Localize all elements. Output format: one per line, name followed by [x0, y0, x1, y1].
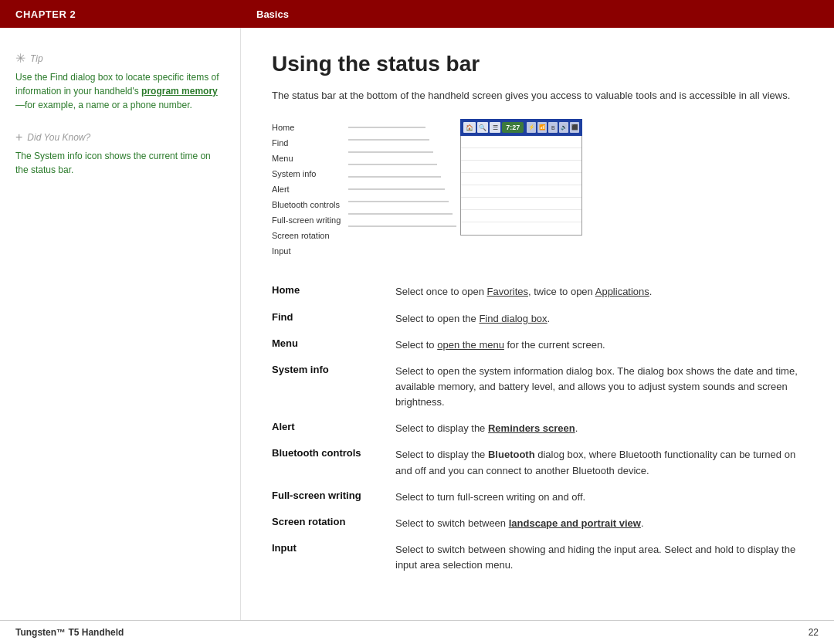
time-display: 7:27	[502, 122, 524, 133]
desc-input: Select to switch between showing and hid…	[395, 537, 803, 578]
menu-row-4	[461, 173, 581, 185]
menu-row-2	[461, 148, 581, 161]
menu-row-7	[461, 210, 581, 222]
desc-home: Select once to open Favorites, twice to …	[395, 279, 803, 305]
diag-label-find: Find	[272, 137, 341, 149]
screen-statusbar: 🏠 🔍 ☰ 7:27 ⚡ 📶 B 🔊 ⬛	[460, 119, 582, 136]
screen-mock: 🏠 🔍 ☰ 7:27 ⚡ 📶 B 🔊 ⬛	[460, 119, 582, 236]
intro-text: The status bar at the bottom of the hand…	[272, 88, 803, 104]
screen-menu-panel	[460, 136, 582, 236]
tip-text: Use the Find dialog box to locate specif…	[15, 70, 225, 112]
page-title: Using the status bar	[272, 51, 803, 77]
table-row: Menu Select to open the menu for the cur…	[272, 332, 803, 358]
dyk-label: Did You Know?	[27, 132, 90, 143]
desc-alert: Select to display the Reminders screen.	[395, 415, 803, 442]
table-row: System info Select to open the system in…	[272, 358, 803, 415]
tip-star-icon: ✳	[15, 51, 25, 66]
tip-bold-link[interactable]: program memory	[141, 86, 218, 97]
menu-row-1	[461, 136, 581, 148]
term-fullscreen: Full-screen writing	[272, 484, 395, 510]
menu-row-3	[461, 161, 581, 173]
table-row: Alert Select to display the Reminders sc…	[272, 415, 803, 442]
link-open-menu[interactable]: open the menu	[437, 339, 504, 351]
sidebar: ✳ Tip Use the Find dialog box to locate …	[0, 28, 241, 620]
diag-label-bluetooth: Bluetooth controls	[272, 198, 341, 211]
link-applications[interactable]: Applications	[595, 286, 649, 297]
home-icon: 🏠	[463, 122, 476, 133]
content-table: Home Select once to open Favorites, twic…	[272, 279, 803, 578]
desc-bluetooth: Select to display the Bluetooth dialog b…	[395, 442, 803, 483]
table-row: Full-screen writing Select to turn full-…	[272, 484, 803, 510]
term-sysinfo: System info	[272, 358, 395, 415]
term-bluetooth: Bluetooth controls	[272, 442, 395, 483]
bluetooth-bold: Bluetooth	[488, 449, 535, 460]
diag-label-input: Input	[272, 245, 341, 257]
diagram-visual: 🏠 🔍 ☰ 7:27 ⚡ 📶 B 🔊 ⬛	[348, 119, 582, 260]
menu-icon: ☰	[490, 122, 500, 133]
table-row: Screen rotation Select to switch between…	[272, 510, 803, 537]
table-row: Home Select once to open Favorites, twic…	[272, 279, 803, 305]
footer-brand: Tungsten™ T5 Handheld	[15, 627, 124, 638]
term-menu: Menu	[272, 332, 395, 358]
signal-icon: 📶	[537, 122, 547, 133]
content-area: Using the status bar The status bar at t…	[241, 28, 834, 620]
right-icons: ⚡ 📶 B 🔊 ⬛	[527, 122, 579, 133]
term-input: Input	[272, 537, 395, 578]
header-section: Basics	[241, 0, 834, 28]
diag-label-alert: Alert	[272, 183, 341, 195]
dyk-header: + Did You Know?	[15, 130, 225, 144]
term-find: Find	[272, 306, 395, 332]
diag-label-fullscreen: Full-screen writing	[272, 214, 341, 226]
page-wrapper: CHAPTER 2 Basics ✳ Tip Use the Find dial…	[0, 0, 834, 644]
menu-row-6	[461, 198, 581, 210]
dyk-plus-icon: +	[15, 130, 22, 144]
did-you-know-section: + Did You Know? The System info icon sho…	[15, 130, 225, 177]
battery-icon: ⚡	[527, 122, 536, 133]
diag-label-sysinfo: System info	[272, 168, 341, 180]
footer: Tungsten™ T5 Handheld 22	[0, 620, 834, 644]
diag-label-rotation: Screen rotation	[272, 229, 341, 242]
menu-row-8	[461, 222, 581, 235]
desc-sysinfo: Select to open the system information di…	[395, 358, 803, 415]
extra-icon: ⬛	[570, 122, 579, 133]
footer-page: 22	[809, 627, 819, 638]
desc-fullscreen: Select to turn full-screen writing on an…	[395, 484, 803, 510]
menu-row-5	[461, 185, 581, 198]
table-row: Bluetooth controls Select to display the…	[272, 442, 803, 483]
table-row: Find Select to open the Find dialog box.	[272, 306, 803, 332]
tip-section: ✳ Tip Use the Find dialog box to locate …	[15, 51, 225, 112]
link-favorites[interactable]: Favorites	[487, 286, 528, 297]
diag-label-menu: Menu	[272, 152, 341, 164]
desc-find: Select to open the Find dialog box.	[395, 306, 803, 332]
link-reminders[interactable]: Reminders screen	[488, 422, 575, 434]
desc-rotation: Select to switch between landscape and p…	[395, 510, 803, 537]
link-find-dialog[interactable]: Find dialog box	[479, 313, 547, 324]
header-chapter: CHAPTER 2	[0, 0, 241, 28]
diagram-labels: Home Find Menu System info Alert Bluetoo…	[272, 119, 341, 260]
find-icon: 🔍	[477, 122, 488, 133]
bluetooth-icon: B	[548, 122, 558, 133]
link-landscape-portrait[interactable]: landscape and portrait view	[509, 517, 641, 529]
diag-label-home: Home	[272, 121, 341, 134]
term-rotation: Screen rotation	[272, 510, 395, 537]
status-bar-diagram: Home Find Menu System info Alert Bluetoo…	[272, 119, 803, 260]
tip-header: ✳ Tip	[15, 51, 225, 66]
sound-icon: 🔊	[559, 122, 568, 133]
desc-menu: Select to open the menu for the current …	[395, 332, 803, 358]
header: CHAPTER 2 Basics	[0, 0, 834, 28]
term-alert: Alert	[272, 415, 395, 442]
tip-label: Tip	[30, 53, 43, 64]
table-row: Input Select to switch between showing a…	[272, 537, 803, 578]
term-home: Home	[272, 279, 395, 305]
body-area: ✳ Tip Use the Find dialog box to locate …	[0, 28, 834, 620]
dyk-text: The System info icon shows the current t…	[15, 149, 225, 177]
